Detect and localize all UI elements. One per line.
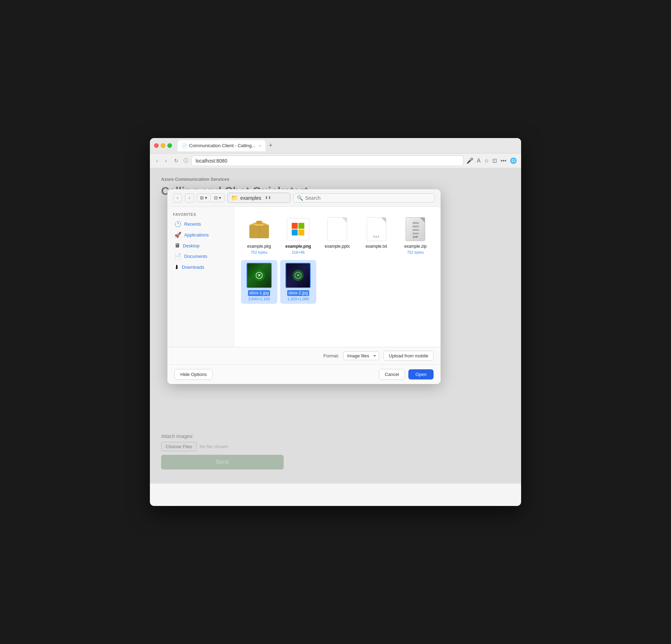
close-button[interactable]	[154, 143, 159, 148]
sidebar-item-downloads[interactable]: ⬇ Downloads	[169, 262, 232, 273]
png-name: example.png	[285, 244, 311, 249]
active-tab[interactable]: 📄 Communication Client - Calling... ×	[178, 140, 265, 151]
maximize-button[interactable]	[167, 143, 172, 148]
list-view-button[interactable]: ⊟ ▾	[211, 193, 224, 202]
tab-title: Communication Client - Calling...	[189, 143, 255, 148]
tab-close-button[interactable]: ×	[259, 144, 261, 148]
recents-icon: 🕐	[174, 221, 181, 227]
dialog-footer: Hide Options Cancel Open	[167, 364, 441, 384]
format-label: Format:	[323, 353, 339, 358]
mic-icon[interactable]: 🎤	[466, 157, 473, 164]
sidebar-item-recents[interactable]: 🕐 Recents	[169, 219, 232, 229]
path-arrows: ⬆⬇	[265, 196, 271, 200]
xbox2-name: xbox-2.jpg	[287, 290, 309, 296]
png-meta: 216×46	[292, 250, 305, 254]
recents-label: Recents	[184, 221, 201, 227]
txt-name: example.txt	[366, 244, 387, 249]
pptx-name: example.pptx	[325, 244, 350, 249]
reload-button[interactable]: ↻	[172, 156, 181, 165]
xbox-logo-1: ✕	[254, 270, 265, 281]
browser-titlebar: 📄 Communication Client - Calling... × +	[150, 138, 521, 153]
profile-icon[interactable]: 🌐	[510, 157, 517, 164]
file-item-zip[interactable]: ZIP example.zip 752 bytes	[397, 214, 434, 257]
file-dialog: ‹ › ⊞ ▾ ⊟ ▾ 📁 examples ⬆⬇	[167, 189, 441, 384]
file-item-pptx[interactable]: example.pptx	[319, 214, 355, 257]
upload-mobile-button[interactable]: Upload from mobile	[383, 351, 434, 361]
open-button[interactable]: Open	[408, 369, 434, 379]
search-icon: 🔍	[297, 195, 303, 201]
file-item-xbox1[interactable]: ✕ xbox-1.jpg 3,840×2,160	[241, 260, 277, 304]
xbox-logo-2: ✕	[292, 270, 304, 281]
xbox1-icon-wrapper: ✕	[247, 263, 272, 288]
list-chevron: ▾	[219, 195, 221, 200]
zip-name: example.zip	[404, 244, 427, 249]
grid-view-button[interactable]: ⊞ ▾	[197, 193, 210, 202]
zip-meta: 752 bytes	[407, 250, 424, 254]
traffic-lights	[154, 143, 172, 148]
page-content: Azure Communication Services Calling and…	[150, 168, 521, 484]
pkg-meta: 752 bytes	[251, 250, 268, 254]
pptx-icon	[327, 217, 347, 241]
sidebar-item-desktop[interactable]: 🖥 Desktop	[169, 240, 232, 251]
sidebar-section-title: Favorites	[167, 212, 234, 217]
documents-icon: 📄	[174, 253, 181, 260]
forward-button[interactable]: ›	[163, 156, 169, 165]
info-icon: ⓘ	[184, 158, 188, 164]
png-icon-wrapper	[285, 217, 311, 242]
hide-options-button[interactable]: Hide Options	[174, 369, 213, 380]
browser-window: 📄 Communication Client - Calling... × + …	[150, 138, 521, 506]
xbox1-name: xbox-1.jpg	[248, 290, 270, 296]
minimize-button[interactable]	[161, 143, 165, 148]
txt-icon: TXT	[367, 217, 386, 241]
toolbar-right: 🎤 A ☆ ⊡ ••• 🌐	[466, 157, 517, 164]
grid-icon: ⊞	[200, 195, 204, 200]
dialog-toolbar: ‹ › ⊞ ▾ ⊟ ▾ 📁 examples ⬆⬇	[167, 189, 441, 207]
pkg-icon	[248, 218, 270, 240]
applications-icon: 🚀	[174, 232, 181, 238]
file-item-xbox2[interactable]: ✕ xbox-2.jpg 1,920×1,080	[280, 260, 317, 304]
file-item-png[interactable]: example.png 216×46	[280, 214, 317, 257]
dialog-action-buttons: Cancel Open	[379, 369, 434, 380]
dialog-body: Favorites 🕐 Recents 🚀 Applications 🖥 Des…	[167, 207, 441, 347]
view-toggle: ⊞ ▾ ⊟ ▾	[197, 193, 224, 202]
file-item-pkg[interactable]: example.pkg 752 bytes	[241, 214, 277, 257]
folder-icon: 📁	[231, 194, 238, 201]
cancel-button[interactable]: Cancel	[379, 369, 405, 380]
back-button[interactable]: ‹	[154, 156, 160, 165]
format-row: Format: Image files Upload from mobile	[167, 347, 441, 364]
documents-label: Documents	[184, 254, 207, 259]
split-view-icon[interactable]: ⊡	[492, 157, 497, 164]
xbox2-meta: 1,920×1,080	[288, 297, 309, 301]
applications-label: Applications	[184, 232, 209, 238]
xbox2-thumbnail: ✕	[285, 263, 311, 288]
tab-favicon: 📄	[182, 143, 187, 148]
dialog-back-button[interactable]: ‹	[173, 193, 182, 203]
address-bar[interactable]	[191, 156, 464, 166]
search-box: 🔍	[293, 193, 435, 203]
zip-icon-wrapper: ZIP	[403, 217, 428, 242]
dialog-forward-button[interactable]: ›	[185, 193, 194, 203]
search-input[interactable]	[305, 195, 431, 201]
ms-logo	[292, 223, 304, 235]
browser-toolbar: ‹ › ↻ ⓘ 🎤 A ☆ ⊡ ••• 🌐	[150, 153, 521, 168]
sidebar-item-applications[interactable]: 🚀 Applications	[169, 229, 232, 240]
sidebar-item-documents[interactable]: 📄 Documents	[169, 251, 232, 262]
xbox1-thumbnail: ✕	[247, 263, 272, 288]
desktop-label: Desktop	[183, 243, 200, 248]
grid-chevron: ▾	[205, 195, 207, 200]
file-item-txt[interactable]: TXT example.txt	[358, 214, 395, 257]
format-select[interactable]: Image files	[343, 351, 379, 360]
png-icon	[287, 218, 309, 240]
txt-icon-wrapper: TXT	[364, 217, 389, 242]
translate-icon[interactable]: A	[477, 158, 481, 164]
more-icon[interactable]: •••	[500, 158, 506, 164]
new-tab-button[interactable]: +	[267, 142, 275, 149]
path-selector[interactable]: 📁 examples ⬆⬇	[227, 193, 290, 203]
bookmark-icon[interactable]: ☆	[484, 157, 489, 164]
dialog-sidebar: Favorites 🕐 Recents 🚀 Applications 🖥 Des…	[167, 207, 234, 347]
downloads-icon: ⬇	[174, 264, 179, 270]
xbox2-icon-wrapper: ✕	[285, 263, 311, 288]
downloads-label: Downloads	[182, 265, 204, 270]
dialog-files: example.pkg 752 bytes	[234, 207, 441, 347]
pkg-icon-wrapper	[247, 217, 272, 242]
